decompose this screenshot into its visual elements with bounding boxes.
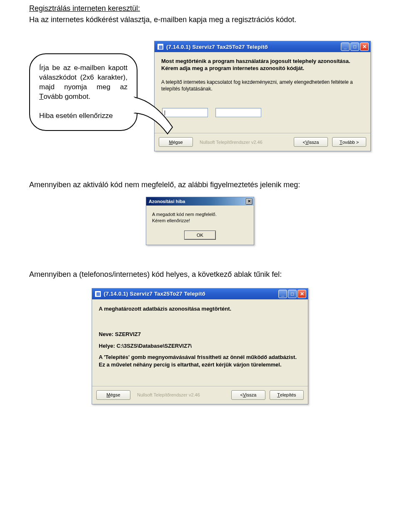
success-intro: Amennyiben a (telefonos/internetes) kód … [29,270,371,279]
db-name-row: Neve: SZERVIZ7 [99,331,301,338]
callout-text-2: Hiba esetén ellenőrizze [39,112,113,120]
code-input-2[interactable] [215,108,261,117]
system-label: Nullsoft Telepítőrendszer v2.46 [135,392,227,397]
intro-text: Ha az internetes kódkérést választja, e-… [29,15,371,24]
window-title-2: (7.14.0.1) Szerviz7 Tax25To27 Telepítő [104,291,278,297]
titlebar-2: ▧ (7.14.0.1) Szerviz7 Tax25To27 Telepítő… [92,289,308,299]
install-button[interactable]: Telepítés [270,390,304,400]
close-button[interactable]: ✕ [298,290,306,298]
minimize-button[interactable]: _ [341,43,350,51]
callout-tovabb-rest: ovább [43,93,62,100]
installer-window-2: ▧ (7.14.0.1) Szerviz7 Tax25To27 Telepítő… [92,288,308,404]
callout-text-after: gombot. [63,93,90,100]
cancel-button[interactable]: Mégse [96,390,130,400]
db-identified-text: A meghatározott adatbázis azonosítása me… [99,305,301,313]
system-label: Nullsoft Telepítőrendszer v2.46 [197,140,290,145]
cancel-button[interactable]: Mégse [159,137,193,147]
callout-tovabb-letter: T [39,93,43,100]
back-button[interactable]: < Vissza [294,137,328,147]
error-ok-button[interactable]: OK [184,231,216,240]
error-line-1: A megadott kód nem megfelelő. [152,211,248,218]
window-title: (7.14.0.1) Szerviz7 Tax25To27 Telepítő [166,44,341,50]
install-description: A 'Telepítés' gomb megnyomávásával friss… [99,354,301,368]
installer-window-1: ▧ (7.14.0.1) Szerviz7 Tax25To27 Telepítő… [154,41,371,151]
next-button[interactable]: Tovább > [332,137,366,147]
callout-bubble: Írja be az e-mailben kapott válaszkódot … [29,53,138,131]
app-icon: ▧ [95,291,101,297]
installer-subtext: A telepítő internetes kapcsolatot fog ke… [161,79,364,92]
page-heading: Regisztrálás interneten keresztül: [29,4,371,13]
callout-text-1: Írja be az e-mailben kapott válaszkódot … [39,64,128,91]
titlebar: ▧ (7.14.0.1) Szerviz7 Tax25To27 Telepítő… [155,41,370,52]
error-line-2: Kérem ellenőrizze! [152,218,248,224]
maximize-button[interactable]: □ [350,43,359,51]
error-dialog-title: Azonosítási hiba [149,199,185,204]
callout-tail-icon [134,97,174,135]
close-button[interactable]: ✕ [360,43,369,51]
app-icon: ▧ [157,43,164,50]
db-path-row: Helye: C:\3SZS\Database\SZERVIZ7\ [99,342,301,350]
error-dialog: Azonosítási hiba ✕ A megadott kód nem me… [146,197,254,245]
error-close-button[interactable]: ✕ [246,198,252,205]
minimize-button[interactable]: _ [278,290,287,298]
installer-heading: Most megtörténik a program használatára … [161,58,364,72]
back-button[interactable]: < Vissza [231,390,265,400]
warning-intro: Amennyiben az aktiváló kód nem megfelelő… [29,181,371,189]
maximize-button[interactable]: □ [288,290,297,298]
